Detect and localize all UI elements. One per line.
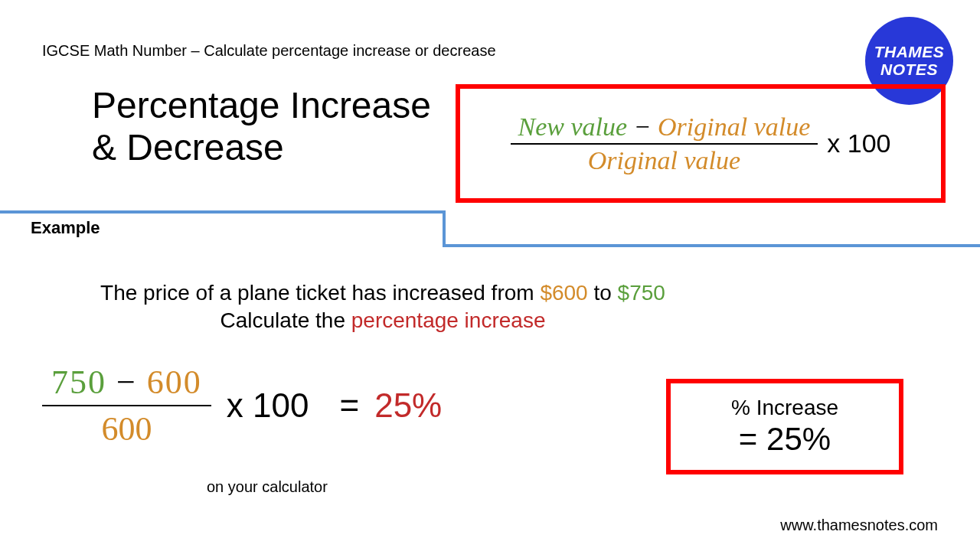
- formula-denominator: Original value: [580, 145, 748, 177]
- example-heading: Example: [31, 218, 100, 238]
- question-to-value: $750: [618, 281, 665, 305]
- formula-new-value: New value: [518, 112, 628, 141]
- footer-url: www.thamesnotes.com: [780, 517, 938, 534]
- logo-line1: THAMES: [874, 43, 945, 60]
- question-line2-pre: Calculate the: [220, 308, 351, 332]
- calc-fraction: 750 − 600 600: [42, 360, 211, 452]
- formula-times-100: x 100: [827, 129, 890, 158]
- breadcrumb: IGCSE Math Number – Calculate percentage…: [42, 42, 496, 60]
- calc-numerator-b: 600: [147, 364, 202, 401]
- formula-original-value: Original value: [658, 112, 810, 141]
- formula-minus: −: [627, 112, 658, 141]
- formula-box: New value − Original value Original valu…: [456, 84, 946, 203]
- question-line2-red: percentage increase: [351, 308, 546, 332]
- example-question: The price of a plane ticket has increase…: [0, 279, 766, 335]
- calculation: 750 − 600 600 x 100 = 25%: [42, 360, 442, 452]
- question-from-value: $600: [540, 281, 587, 305]
- answer-value: = 25%: [739, 420, 831, 458]
- calculator-note: on your calculator: [207, 478, 328, 496]
- calc-result: 25%: [374, 386, 442, 425]
- question-text-pre: The price of a plane ticket has increase…: [100, 281, 540, 305]
- formula: New value − Original value Original valu…: [511, 111, 891, 177]
- question-text-mid: to: [588, 281, 618, 305]
- title-line1: Percentage Increase: [92, 85, 431, 126]
- section-divider: [0, 210, 980, 249]
- calc-equals: =: [339, 386, 359, 425]
- title-line2: & Decrease: [92, 127, 284, 168]
- calc-numerator-a: 750: [51, 364, 106, 401]
- answer-box: % Increase = 25%: [666, 379, 903, 474]
- formula-fraction: New value − Original value Original valu…: [511, 111, 818, 177]
- calc-denominator: 600: [92, 406, 161, 452]
- page-title: Percentage Increase & Decrease: [92, 84, 431, 168]
- calc-times-100: x 100: [227, 386, 309, 425]
- logo-line2: NOTES: [880, 60, 938, 78]
- answer-label: % Increase: [731, 395, 838, 421]
- calc-numerator-minus: −: [106, 364, 147, 401]
